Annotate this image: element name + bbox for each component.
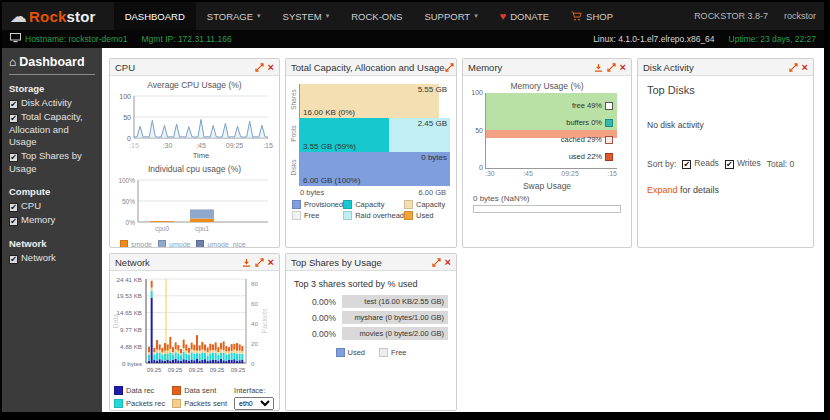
svg-text:09:25: 09:25: [210, 367, 225, 373]
checkbox-icon[interactable]: ✔: [9, 203, 18, 212]
svg-text:100: 100: [119, 93, 131, 100]
legend-used: Used: [336, 348, 366, 357]
nav-item-rock-ons[interactable]: ROCK-ONS: [340, 2, 413, 30]
capacity-axis-max: 6.00 GB: [418, 188, 446, 197]
svg-text::15: :15: [263, 142, 273, 149]
top-disks-heading: Top Disks: [647, 84, 804, 96]
legend-raid-overhead: Raid overhead: [343, 211, 404, 220]
capacity-row-shares: Shares5.55 GB16.00 KB (0%): [288, 84, 450, 118]
mgmt-ip-text: Mgmt IP: 172.31.11.166: [142, 34, 232, 44]
sort-by-label: Sort by:: [647, 159, 676, 169]
per-cpu-legend: smodeumodeumode_nice: [120, 240, 279, 248]
close-icon[interactable]: ×: [268, 257, 274, 267]
resize-icon[interactable]: [255, 258, 264, 267]
legend-free-49: free 49%: [572, 101, 613, 110]
rockstor-logo[interactable]: ☁ Rock stor: [10, 8, 96, 25]
svg-text:20: 20: [251, 340, 258, 347]
status-bar: Hostname: rockstor-demo1 Mgmt IP: 172.31…: [2, 30, 824, 48]
chevron-down-icon: ▾: [474, 12, 478, 20]
legend-buffers-0: buffers 0%: [566, 118, 613, 127]
svg-text::15: :15: [129, 142, 139, 149]
svg-text:60: 60: [251, 300, 258, 307]
widget-cpu: CPU × Average CPU Usage (%) 100500:15:30…: [109, 58, 280, 248]
legend-provisioned: Provisioned: [292, 200, 343, 209]
legend-free: Free: [292, 211, 343, 220]
capacity-legend: ProvisionedCapacityCapacityFreeRaid over…: [292, 200, 446, 220]
swap-usage-bar: [473, 205, 621, 213]
sidebar-item-disk-activity[interactable]: ✔Disk Activity: [9, 97, 95, 109]
svg-text:09:25: 09:25: [189, 367, 204, 373]
nav-item-donate[interactable]: ♥ DONATE: [489, 2, 560, 30]
nav-item-support[interactable]: SUPPORT▾: [413, 2, 488, 30]
interface-select[interactable]: eth0: [234, 397, 274, 410]
widget-cpu-header[interactable]: CPU ×: [110, 59, 279, 76]
cart-icon: [571, 11, 582, 21]
widget-shares-header[interactable]: Top Shares by Usage ×: [286, 254, 456, 271]
widget-cpu-title: CPU: [115, 62, 135, 73]
svg-text:0%: 0%: [126, 219, 136, 226]
sidebar-item-cpu[interactable]: ✔CPU: [9, 200, 95, 212]
sidebar-item-top-shares-by-usage[interactable]: ✔Top Shares by Usage: [9, 150, 95, 175]
svg-text:09:25: 09:25: [226, 142, 244, 149]
legend-umode: umode: [158, 240, 190, 248]
interface-label: Interface:: [234, 386, 275, 395]
sidebar-item-total-capacity-allocation-and-usage[interactable]: ✔Total Capacity, Allocation and Usage: [9, 111, 95, 148]
svg-text:4.88 KB: 4.88 KB: [120, 343, 142, 350]
widget-capacity: Total Capacity, Allocation and Usage × S…: [285, 58, 457, 248]
legend-smode: smode: [120, 240, 152, 248]
widget-disk-header[interactable]: Disk Activity ×: [638, 59, 813, 76]
download-icon[interactable]: [242, 258, 251, 267]
user-menu[interactable]: rockstor: [784, 11, 816, 21]
nav-item-dashboard[interactable]: DASHBOARD: [114, 2, 196, 30]
version-text: ROCKSTOR 3.8-7: [694, 11, 768, 21]
expand-rest-text: for details: [680, 185, 719, 195]
svg-text:09:25: 09:25: [231, 367, 246, 373]
memory-chart-title: Memory Usage (%): [463, 81, 631, 91]
network-chart: 24.41 KB19.53 KB14.65 KB9.77 KB4.88 KB0 …: [110, 271, 279, 385]
svg-text:cpu0: cpu0: [155, 225, 169, 233]
widget-capacity-title: Total Capacity, Allocation and Usage: [291, 62, 445, 73]
widget-network-header[interactable]: Network ×: [110, 254, 279, 271]
nav-item-storage[interactable]: STORAGE▾: [196, 2, 272, 30]
close-icon[interactable]: ×: [268, 62, 274, 72]
resize-icon[interactable]: [607, 63, 616, 72]
widget-capacity-header[interactable]: Total Capacity, Allocation and Usage ×: [286, 59, 456, 76]
checkbox-icon[interactable]: ✔: [9, 114, 18, 123]
svg-text:Packets: Packets: [261, 308, 268, 333]
resize-icon[interactable]: [789, 63, 798, 72]
monitor-icon: [10, 33, 21, 45]
sidebar-item-network[interactable]: ✔Network: [9, 252, 95, 264]
checkbox-icon[interactable]: ✔: [9, 255, 18, 264]
checkbox-icon[interactable]: ✔: [9, 217, 18, 226]
widget-memory-title: Memory: [468, 62, 502, 73]
brand-text-secondary: stor: [66, 8, 95, 25]
resize-icon[interactable]: [445, 63, 454, 72]
resize-icon[interactable]: [255, 63, 264, 72]
sidebar-item-memory[interactable]: ✔Memory: [9, 214, 95, 226]
close-icon[interactable]: ×: [445, 257, 451, 267]
svg-text::30: :30: [163, 142, 173, 149]
widget-top-shares: Top Shares by Usage × Top 3 shares sorte…: [285, 253, 457, 411]
resize-icon[interactable]: [432, 258, 441, 267]
checkbox-icon: ✔: [682, 160, 691, 169]
avg-cpu-chart: 100500:15:30:4509:25:15Time: [110, 90, 279, 164]
svg-text:100%: 100%: [118, 177, 135, 184]
checkbox-icon[interactable]: ✔: [9, 153, 18, 162]
swap-title: Swap Usage: [463, 181, 631, 191]
download-icon[interactable]: [594, 63, 603, 72]
legend-umode-nice: umode_nice: [196, 240, 245, 248]
close-icon[interactable]: ×: [620, 62, 626, 72]
nav-menu: DASHBOARDSTORAGE▾SYSTEM▾ROCK-ONSSUPPORT▾: [114, 2, 489, 30]
share-row: 0.00%test (16.00 KB/2.55 GB): [294, 295, 448, 308]
writes-checkbox[interactable]: ✔Writes: [725, 158, 761, 169]
expand-link[interactable]: Expand: [647, 185, 678, 195]
nav-item-system[interactable]: SYSTEM▾: [272, 2, 341, 30]
widget-disk-activity: Disk Activity × Top Disks No disk activi…: [637, 58, 814, 248]
widget-network-title: Network: [115, 257, 150, 268]
close-icon[interactable]: ×: [802, 62, 808, 72]
svg-text:19.53 KB: 19.53 KB: [117, 292, 142, 299]
reads-checkbox[interactable]: ✔Reads: [682, 158, 719, 169]
nav-item-shop[interactable]: SHOP: [560, 2, 624, 30]
checkbox-icon[interactable]: ✔: [9, 100, 18, 109]
widget-memory-header[interactable]: Memory ×: [463, 59, 631, 76]
